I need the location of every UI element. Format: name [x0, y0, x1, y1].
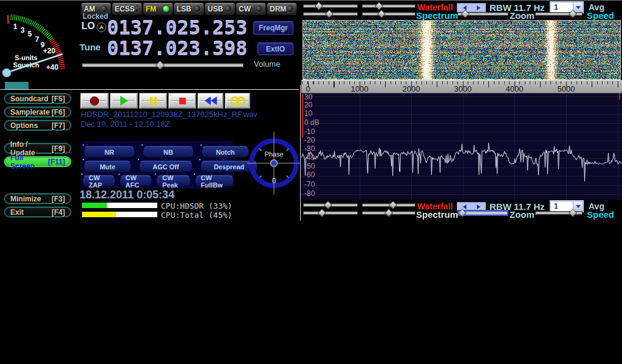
pause-button[interactable] [139, 93, 167, 109]
waterfall-contrast-slider[interactable] [362, 4, 415, 8]
agc-off-button[interactable]: AGC Off [139, 161, 193, 172]
info-update-button[interactable]: Info / Update [F9] [4, 143, 71, 153]
waterfall-contrast-slider-2[interactable] [362, 203, 415, 207]
avg-select-2[interactable]: 1 [550, 201, 583, 212]
mode-button-lsb[interactable]: LSB [174, 2, 204, 15]
rewind-button[interactable] [197, 93, 224, 109]
waterfall-shift-spinner[interactable] [457, 3, 486, 12]
stop-button[interactable] [168, 93, 196, 109]
spectrum-min-slider-2[interactable] [303, 211, 358, 215]
waterfall-brightness-slider[interactable] [303, 4, 358, 8]
cpu-hdsdr-bar [81, 202, 158, 209]
transport-controls [80, 93, 250, 109]
spectrum-max-slider-2[interactable] [362, 211, 415, 215]
audio-tick-label: 4000 [506, 84, 524, 93]
audio-db-label: -10 [304, 127, 315, 136]
squelch-level-bar [5, 82, 29, 89]
tune-frequency-display[interactable]: 0137.023.398 [107, 37, 247, 60]
button-label: Options [10, 121, 38, 130]
slider-handle[interactable] [324, 201, 332, 209]
audio-tick-label: 1000 [351, 84, 369, 93]
nb-button[interactable]: NB [143, 146, 194, 158]
lo-frequency-display[interactable]: 0137.025.253 [107, 16, 247, 39]
cpu-hdsdr-label: CPU:HDSDR (33%) [161, 201, 232, 211]
mode-button-cw[interactable]: CW [236, 2, 266, 15]
options-button[interactable]: Options [F7] [4, 120, 71, 130]
spin-right-icon[interactable] [471, 4, 485, 12]
svg-text:S-units: S-units [15, 54, 37, 61]
audio-db-label: -40 [304, 153, 315, 162]
passband-edge-marker [302, 94, 303, 137]
svg-text:3: 3 [21, 26, 25, 35]
mode-button-ecss[interactable]: ECSS [112, 2, 142, 15]
mute-button[interactable]: Mute [84, 161, 131, 172]
hdsdr-window: 137000 137005 137010 137015 137020 13702… [0, 0, 622, 364]
mode-label: DRM [270, 5, 286, 13]
speed-slider[interactable] [535, 12, 583, 16]
speed-slider-2[interactable] [535, 211, 583, 215]
s-meter[interactable]: 1 3 5 7 9 +20 +40 S-units Squelch [0, 2, 79, 87]
stop-icon [179, 98, 186, 104]
cw-peak-button[interactable]: CW Peak [156, 175, 190, 187]
svg-text:+40: +40 [46, 63, 59, 72]
audio-tick-label: 3000 [454, 84, 472, 93]
audio-spectrum-display[interactable]: 30 20 10 0 dB -10 -20 -30 -40 -50 -60 -7… [301, 93, 622, 200]
spectrum-label-2: Spectrum [416, 209, 458, 220]
audio-display-panel: Waterfall RBW 11.7 Hz 1 Avg Spectrum Zoo… [301, 1, 622, 221]
loop-button[interactable] [225, 93, 250, 109]
exit-button[interactable]: Exit [F4] [4, 207, 71, 217]
autolock-badge-icon[interactable]: A [97, 22, 106, 32]
spectrum-max-slider[interactable] [362, 12, 415, 16]
slider-handle[interactable] [375, 2, 383, 10]
cw-zap-button[interactable]: CW ZAP [83, 175, 115, 187]
audio-db-label: 20 [304, 101, 312, 109]
spectrum-min-slider[interactable] [303, 12, 358, 16]
waterfall-brightness-slider-2[interactable] [303, 203, 358, 207]
extio-button[interactable]: ExtIO [258, 42, 293, 55]
play-button[interactable] [110, 93, 138, 109]
notch-button[interactable]: Notch [202, 146, 249, 158]
mode-label: CW [239, 5, 251, 13]
slider-handle[interactable] [325, 10, 333, 18]
slider-handle[interactable] [156, 61, 165, 70]
soundcard-button[interactable]: Soundcard [F5] [4, 93, 71, 104]
slider-handle[interactable] [458, 209, 466, 217]
mode-button-fm[interactable]: FM [143, 2, 173, 15]
nr-button[interactable]: NR [84, 146, 135, 158]
cw-fullbw-button[interactable]: CW FullBw [195, 175, 234, 187]
record-icon [90, 96, 99, 106]
recording-filename: HDSDR_20111210_120938Z_137025kHz_RF.wav [81, 110, 258, 119]
mode-button-usb[interactable]: USB [205, 2, 235, 15]
cw-afc-button[interactable]: CW AFC [120, 175, 152, 187]
samplerate-button[interactable]: Samplerate [F6] [4, 107, 71, 117]
audio-spectrum-trace [301, 93, 622, 200]
slider-handle[interactable] [315, 2, 323, 10]
slider-handle[interactable] [318, 209, 326, 217]
dsp-panel: NR NB Notch Mute AGC Off Despread CW ZAP… [81, 141, 234, 188]
minimize-button[interactable]: Minimize [F3] [4, 194, 71, 204]
zoom-slider-2[interactable] [457, 210, 508, 216]
svg-text:0: 0 [272, 177, 276, 185]
locked-label: Locked [83, 12, 108, 21]
freqmgr-button[interactable]: FreqMgr [253, 21, 293, 35]
button-label: Full Screen [10, 153, 48, 170]
volume-slider[interactable] [82, 63, 244, 67]
recording-timestamp: Dec 10, 2011 - 12:10:18Z [81, 120, 169, 129]
spectrum-label: Spectrum [416, 10, 458, 21]
slider-handle[interactable] [384, 209, 393, 217]
mode-button-drm[interactable]: DRM [267, 2, 297, 15]
led-icon [135, 5, 139, 13]
zoom-slider[interactable] [457, 12, 508, 16]
audio-waterfall-display[interactable] [303, 21, 620, 79]
slider-handle[interactable] [377, 10, 386, 18]
avg-select[interactable]: 1 [550, 2, 583, 13]
slider-handle[interactable] [389, 201, 397, 209]
svg-text:Phase: Phase [264, 150, 283, 158]
audio-frequency-scale[interactable]: 0 1000 2000 3000 4000 5000 [301, 80, 622, 93]
cpu-total-fill [82, 212, 116, 217]
zoom-label: Zoom [510, 10, 535, 21]
svg-text:5: 5 [28, 30, 32, 38]
fullscreen-button[interactable]: Full Screen [F11] [4, 157, 71, 167]
record-button[interactable] [80, 93, 109, 109]
phase-indicator: Phase 0 [246, 131, 302, 195]
